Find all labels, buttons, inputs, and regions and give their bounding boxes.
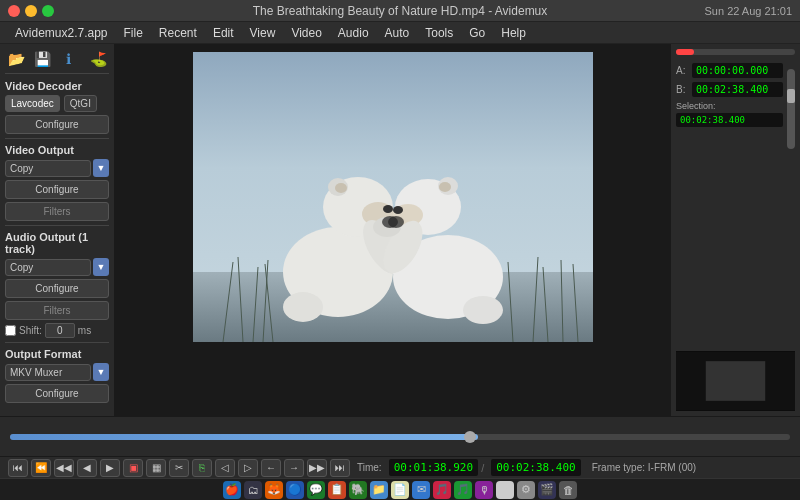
- timecode-b-label: B:: [676, 84, 688, 95]
- play-back-button[interactable]: ◀: [77, 459, 97, 477]
- controls-bar: ⏮ ⏪ ◀◀ ◀ ▶ ▣ ▦ ✂ ⎘ ◁ ▷ ← → ▶▶ ⏭ Time: 00…: [0, 456, 800, 478]
- menu-auto[interactable]: Auto: [378, 24, 417, 42]
- dock-mail[interactable]: ✉: [412, 481, 430, 499]
- configure-output-format-button[interactable]: Configure: [5, 384, 109, 403]
- output-format-arrow[interactable]: ▼: [93, 363, 109, 381]
- audio-output-select[interactable]: Copy: [5, 259, 91, 276]
- volume-thumb[interactable]: [787, 89, 795, 103]
- right-panel: A: 00:00:00.000 B: 00:02:38.400 Selectio…: [670, 44, 800, 416]
- nav-left2-button[interactable]: ←: [261, 459, 281, 477]
- menu-go[interactable]: Go: [462, 24, 492, 42]
- video-output-arrow[interactable]: ▼: [93, 159, 109, 177]
- configure-audio-output-button[interactable]: Configure: [5, 279, 109, 298]
- menu-app[interactable]: Avidemux2.7.app: [8, 24, 115, 42]
- sidebar: 📂 💾 ℹ ⛳ Video Decoder Lavcodec QtGI Conf…: [0, 44, 115, 416]
- dock-firefox[interactable]: 🦊: [265, 481, 283, 499]
- svg-point-29: [463, 296, 503, 324]
- lavcodec-button[interactable]: Lavcodec: [5, 95, 60, 112]
- menu-video[interactable]: Video: [284, 24, 328, 42]
- video-content: [193, 52, 593, 342]
- video-area: [115, 44, 670, 416]
- timecode-a-value: 00:00:00.000: [692, 63, 783, 78]
- menu-tools[interactable]: Tools: [418, 24, 460, 42]
- shift-label: Shift:: [19, 325, 42, 336]
- audio-filters-button[interactable]: Filters: [5, 301, 109, 320]
- window-title: The Breathtaking Beauty of Nature HD.mp4…: [253, 4, 548, 18]
- dock-settings[interactable]: ⚙: [517, 481, 535, 499]
- dock-spotify[interactable]: 🎵: [454, 481, 472, 499]
- fast-forward-button[interactable]: ▶▶: [307, 459, 327, 477]
- timeline-thumb[interactable]: [464, 431, 476, 443]
- output-format-label: Output Format: [5, 348, 109, 360]
- nav-right2-button[interactable]: →: [284, 459, 304, 477]
- menu-file[interactable]: File: [117, 24, 150, 42]
- nav-left-button[interactable]: ◁: [215, 459, 235, 477]
- dock-notes[interactable]: 📋: [328, 481, 346, 499]
- titlebar: The Breathtaking Beauty of Nature HD.mp4…: [0, 0, 800, 22]
- rewind-button[interactable]: ◀◀: [54, 459, 74, 477]
- configure-video-output-button[interactable]: Configure: [5, 180, 109, 199]
- shift-row: Shift: ms: [5, 323, 109, 338]
- save-icon[interactable]: 💾: [31, 49, 53, 69]
- video-output-select[interactable]: Copy: [5, 160, 91, 177]
- volume-slider[interactable]: [787, 69, 795, 149]
- menu-help[interactable]: Help: [494, 24, 533, 42]
- go-end-button[interactable]: ⏭: [330, 459, 350, 477]
- preview-thumbnail: [676, 351, 795, 411]
- timecode-a-row: A: 00:00:00.000: [676, 63, 783, 78]
- dock-launchpad[interactable]: 🗂: [244, 481, 262, 499]
- total-time: 00:02:38.400: [491, 459, 580, 476]
- menu-edit[interactable]: Edit: [206, 24, 241, 42]
- timeline-bar[interactable]: [10, 434, 790, 440]
- video-filters-button[interactable]: Filters: [5, 202, 109, 221]
- video-decoder-label: Video Decoder: [5, 80, 109, 92]
- svg-rect-33: [706, 361, 766, 401]
- selection-label: Selection:: [676, 101, 783, 111]
- dock-docs[interactable]: 📄: [391, 481, 409, 499]
- maximize-button[interactable]: [42, 5, 54, 17]
- svg-point-17: [335, 183, 347, 193]
- nav-right-button[interactable]: ▷: [238, 459, 258, 477]
- prev-frame-button[interactable]: ⏪: [31, 459, 51, 477]
- menubar: Avidemux2.7.app File Recent Edit View Vi…: [0, 22, 800, 44]
- play-button[interactable]: ▶: [100, 459, 120, 477]
- ms-label: ms: [78, 325, 91, 336]
- dock-chess[interactable]: ♟: [496, 481, 514, 499]
- svg-point-15: [383, 205, 393, 213]
- frame-type: Frame type: I-FRM (00): [592, 462, 696, 473]
- mark-in-button[interactable]: ▣: [123, 459, 143, 477]
- window-controls[interactable]: [8, 5, 54, 17]
- main-content: 📂 💾 ℹ ⛳ Video Decoder Lavcodec QtGI Conf…: [0, 44, 800, 416]
- configure-video-decoder-button[interactable]: Configure: [5, 115, 109, 134]
- video-output-label: Video Output: [5, 144, 109, 156]
- dock-podcasts[interactable]: 🎙: [475, 481, 493, 499]
- dock-evernote[interactable]: 🐘: [349, 481, 367, 499]
- paste-button[interactable]: ⎘: [192, 459, 212, 477]
- dock-files[interactable]: 📁: [370, 481, 388, 499]
- minimize-button[interactable]: [25, 5, 37, 17]
- shift-checkbox[interactable]: [5, 325, 16, 336]
- filter-icon[interactable]: ⛳: [87, 49, 109, 69]
- mark-out-button[interactable]: ▦: [146, 459, 166, 477]
- dock-app1[interactable]: 🔵: [286, 481, 304, 499]
- open-icon[interactable]: 📂: [5, 49, 27, 69]
- mini-progress-bar[interactable]: [676, 49, 795, 55]
- dock-music[interactable]: 🎵: [433, 481, 451, 499]
- sidebar-toolbar: 📂 💾 ℹ ⛳: [5, 49, 109, 74]
- cut-button[interactable]: ✂: [169, 459, 189, 477]
- dock-finder[interactable]: 🍎: [223, 481, 241, 499]
- close-button[interactable]: [8, 5, 20, 17]
- menu-view[interactable]: View: [243, 24, 283, 42]
- dock-avidemux[interactable]: 🎬: [538, 481, 556, 499]
- dock-trash[interactable]: 🗑: [559, 481, 577, 499]
- output-format-select[interactable]: MKV Muxer: [5, 364, 91, 381]
- menu-audio[interactable]: Audio: [331, 24, 376, 42]
- audio-output-arrow[interactable]: ▼: [93, 258, 109, 276]
- menu-recent[interactable]: Recent: [152, 24, 204, 42]
- dock-whatsapp[interactable]: 💬: [307, 481, 325, 499]
- qtgi-button[interactable]: QtGI: [64, 95, 97, 112]
- output-format-select-row: MKV Muxer ▼: [5, 363, 109, 381]
- shift-input[interactable]: [45, 323, 75, 338]
- go-start-button[interactable]: ⏮: [8, 459, 28, 477]
- info-icon[interactable]: ℹ: [57, 49, 79, 69]
